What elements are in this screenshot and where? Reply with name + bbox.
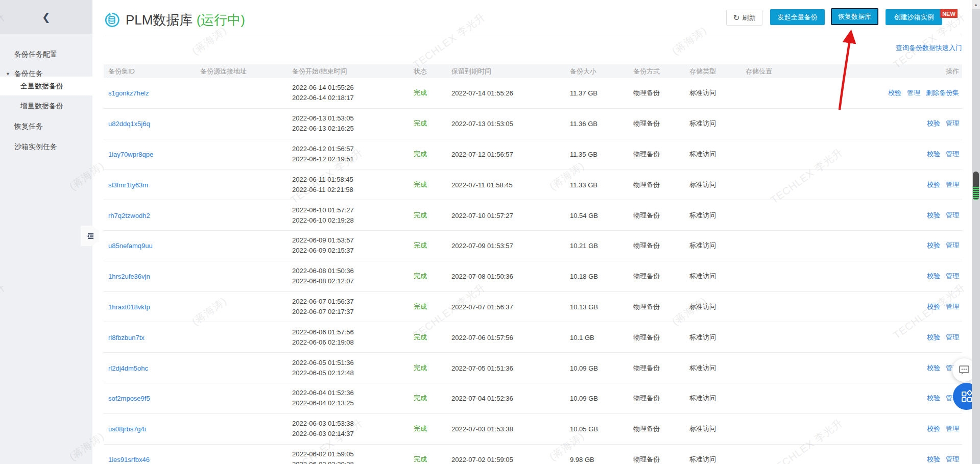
storage-type: 标准访问 (689, 180, 716, 189)
backup-set-id-link[interactable]: sl3fmr1ty63m (108, 181, 148, 188)
backup-start-time: 2022-06-09 01:53:57 (292, 235, 354, 246)
backup-set-id-link[interactable]: 1iay70wpr8qpe (108, 150, 153, 158)
table-header: 备份集ID备份源连接地址备份开始/结束时间状态保留到期时间备份大小备份方式存储类… (104, 64, 962, 78)
storage-type: 标准访问 (689, 394, 716, 403)
action-link-1[interactable]: 管理 (946, 180, 959, 189)
backup-end-time: 2022-06-10 02:19:28 (292, 215, 354, 226)
action-link-1[interactable]: 管理 (946, 424, 959, 433)
backup-set-id-link[interactable]: rl8fbzbun7tx (108, 333, 145, 341)
backup-set-id-link[interactable]: s1gonkz7helz (108, 89, 149, 97)
sidebar: ❮ 备份任务配置▼备份任务全量数据备份增量数据备份恢复任务沙箱实例任务 (0, 0, 92, 464)
backup-start-time: 2022-06-06 01:57:56 (292, 327, 354, 337)
scrollbar-up-arrow[interactable]: ▲ (972, 0, 980, 9)
action-link-0[interactable]: 校验 (927, 333, 940, 342)
retain-until-date: 2022-07-05 01:51:36 (451, 364, 513, 372)
action-link-0[interactable]: 校验 (927, 363, 940, 373)
backup-set-id-link[interactable]: u85nefamq9uu (108, 242, 153, 250)
refresh-button[interactable]: ↻ 刷新 (726, 10, 762, 26)
retain-until-date: 2022-07-14 01:55:26 (451, 89, 513, 97)
action-link-0[interactable]: 校验 (927, 150, 940, 159)
backup-size: 10.09 GB (570, 395, 598, 402)
action-link-0[interactable]: 校验 (927, 119, 940, 128)
backup-set-id-link[interactable]: 1hrs2ufe36vjn (108, 273, 150, 280)
sidebar-item-2[interactable]: 全量数据备份 (0, 77, 92, 95)
status-badge: 完成 (414, 424, 427, 433)
backup-time-range: 2022-06-13 01:53:052022-06-13 02:16:25 (292, 113, 354, 134)
backup-set-id-link[interactable]: sof2mpose9f5 (108, 395, 150, 402)
backup-time-range: 2022-06-02 01:59:052022-06-02 02:20:28 (292, 449, 354, 464)
backup-end-time: 2022-06-06 02:19:08 (292, 337, 354, 348)
status-badge: 完成 (414, 455, 427, 464)
action-link-0[interactable]: 校验 (927, 394, 940, 403)
backup-set-id-link[interactable]: 1hraxt018vkfp (108, 303, 150, 310)
action-link-0[interactable]: 校验 (927, 241, 940, 250)
action-link-0[interactable]: 校验 (888, 88, 901, 97)
action-link-1[interactable]: 管理 (946, 150, 959, 159)
action-link-1[interactable]: 管理 (946, 302, 959, 311)
start-full-backup-button[interactable]: 发起全量备份 (770, 9, 825, 25)
action-link-1[interactable]: 管理 (946, 272, 959, 281)
action-link-1[interactable]: 管理 (946, 211, 959, 220)
backup-time-range: 2022-06-14 01:55:262022-06-14 02:18:17 (292, 83, 354, 103)
backup-set-id-link[interactable]: u82ddq1x5j6q (108, 120, 150, 128)
backup-start-time: 2022-06-13 01:53:05 (292, 113, 354, 124)
column-header-0: 备份集ID (108, 67, 135, 76)
backup-method: 物理备份 (633, 455, 660, 464)
sidebar-item-0[interactable]: 备份任务配置 (0, 45, 92, 64)
action-link-1[interactable]: 管理 (907, 88, 920, 97)
backup-size: 9.98 GB (570, 455, 594, 463)
row-actions: 校验管理 (927, 424, 959, 433)
backup-time-range: 2022-06-08 01:50:362022-06-08 02:12:07 (292, 266, 354, 286)
backup-method: 物理备份 (633, 333, 660, 342)
sidebar-item-4[interactable]: 恢复任务 (0, 117, 92, 136)
sidebar-collapse-icon[interactable]: ❮ (42, 12, 51, 22)
action-link-0[interactable]: 校验 (927, 424, 940, 433)
retain-until-date: 2022-07-02 01:59:05 (451, 455, 513, 463)
sidebar-item-3[interactable]: 增量数据备份 (0, 97, 92, 116)
help-link[interactable]: 查询备份数据快速入门 (896, 43, 962, 53)
storage-type: 标准访问 (689, 424, 716, 433)
backup-time-range: 2022-06-11 01:58:452022-06-11 02:21:58 (292, 175, 353, 195)
status-badge: 完成 (414, 333, 427, 342)
sidebar-item-label: 备份任务配置 (14, 50, 57, 59)
action-link-0[interactable]: 校验 (927, 272, 940, 281)
action-link-1[interactable]: 管理 (946, 455, 959, 464)
action-link-0[interactable]: 校验 (927, 455, 940, 464)
backup-start-time: 2022-06-04 01:52:36 (292, 388, 354, 398)
restore-database-button[interactable]: 恢复数据库 (831, 8, 878, 25)
backup-set-id-link[interactable]: 1ies91srfbx46 (108, 455, 150, 463)
action-link-1[interactable]: 管理 (946, 333, 959, 342)
create-sandbox-button[interactable]: 创建沙箱实例 (886, 9, 942, 25)
backup-set-id-link[interactable]: rl2dj4dm5ohc (108, 364, 148, 372)
sidebar-item-label: 沙箱实例任务 (14, 142, 57, 152)
backup-time-range: 2022-06-10 01:57:272022-06-10 02:19:28 (292, 205, 354, 226)
backup-set-id-link[interactable]: us08jrbs7g4i (108, 425, 146, 433)
action-link-0[interactable]: 校验 (927, 180, 940, 189)
column-header-6: 备份方式 (633, 67, 660, 76)
backup-time-range: 2022-06-09 01:53:572022-06-09 02:15:37 (292, 235, 354, 256)
backup-end-time: 2022-06-13 02:16:25 (292, 124, 354, 134)
backup-size: 10.21 GB (570, 242, 598, 250)
table-row: us08jrbs7g4i2022-06-03 01:53:382022-06-0… (104, 414, 962, 445)
backup-set-id-link[interactable]: rh7q2tzwodh2 (108, 211, 150, 219)
action-link-0[interactable]: 校验 (927, 211, 940, 220)
chat-bubble-icon (958, 364, 970, 376)
retain-until-date: 2022-07-07 01:56:37 (451, 303, 513, 310)
action-link-0[interactable]: 校验 (927, 302, 940, 311)
status-badge: 完成 (414, 241, 427, 250)
row-actions: 校验管理 (927, 241, 959, 250)
backup-table: 备份集ID备份源连接地址备份开始/结束时间状态保留到期时间备份大小备份方式存储类… (104, 64, 962, 464)
storage-type: 标准访问 (689, 363, 716, 373)
backup-start-time: 2022-06-08 01:50:36 (292, 266, 354, 276)
table-row: sof2mpose9f52022-06-04 01:52:362022-06-0… (104, 383, 962, 414)
action-link-1[interactable]: 管理 (946, 241, 959, 250)
database-refresh-icon (104, 12, 120, 28)
action-link-2[interactable]: 删除备份集 (926, 88, 959, 97)
scrollbar-thumb[interactable] (973, 172, 979, 200)
backup-end-time: 2022-06-11 02:21:58 (292, 185, 353, 195)
backup-start-time: 2022-06-03 01:53:38 (292, 419, 354, 429)
backup-end-time: 2022-06-05 02:12:48 (292, 368, 354, 378)
sidebar-item-label: 增量数据备份 (20, 102, 63, 111)
sidebar-item-5[interactable]: 沙箱实例任务 (0, 138, 92, 157)
action-link-1[interactable]: 管理 (946, 119, 959, 128)
